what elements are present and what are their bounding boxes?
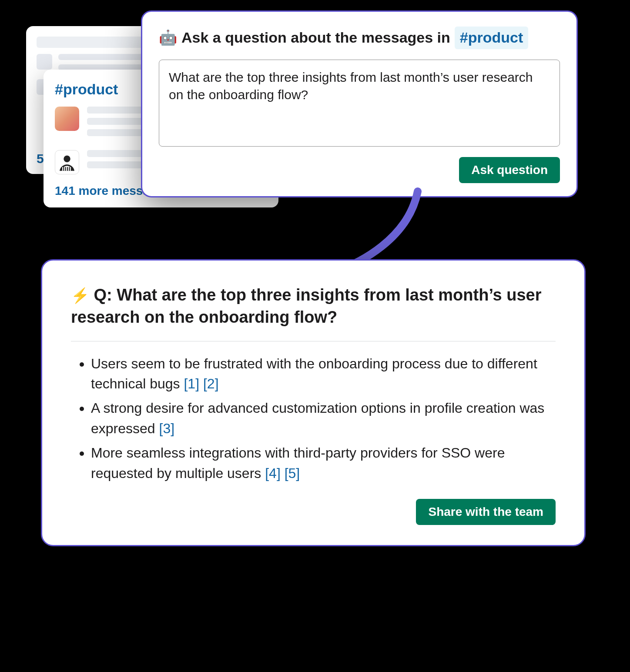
bolt-icon: ⚡ — [71, 287, 89, 304]
reference-link[interactable]: [2] — [203, 376, 219, 391]
insight-text: Users seem to be frustrated with the onb… — [91, 356, 537, 391]
reference-link[interactable]: [4] — [265, 465, 281, 481]
svg-rect-2 — [62, 167, 63, 171]
answer-panel: ⚡ Q: What are the top three insights fro… — [41, 259, 586, 546]
reference-link[interactable]: [3] — [159, 421, 175, 436]
placeholder-avatar — [37, 54, 52, 70]
svg-rect-4 — [66, 167, 67, 171]
insights-list: Users seem to be frustrated with the onb… — [71, 354, 556, 483]
q-text: What are the top three insights from las… — [71, 286, 542, 326]
answer-question-title: ⚡ Q: What are the top three insights fro… — [71, 284, 556, 341]
avatar — [55, 107, 79, 131]
insight-item: Users seem to be frustrated with the onb… — [91, 354, 556, 394]
svg-point-0 — [64, 156, 70, 162]
reference-link[interactable]: [5] — [285, 465, 300, 481]
svg-rect-5 — [68, 167, 69, 171]
ask-question-button[interactable]: Ask question — [459, 157, 560, 183]
reference-link[interactable]: [1] — [184, 376, 199, 391]
svg-rect-3 — [64, 167, 65, 171]
insight-item: A strong desire for advanced customizati… — [91, 398, 556, 438]
channel-chip[interactable]: #product — [455, 27, 528, 49]
svg-rect-6 — [70, 167, 71, 171]
ask-panel: 🤖 Ask a question about the messages in #… — [141, 10, 578, 197]
ask-panel-title: 🤖 Ask a question about the messages in #… — [159, 27, 560, 49]
avatar — [55, 150, 79, 174]
robot-icon: 🤖 — [159, 27, 177, 48]
share-button[interactable]: Share with the team — [416, 499, 556, 525]
q-prefix: Q: — [94, 286, 112, 304]
ask-title-text: Ask a question about the messages in — [181, 27, 450, 48]
question-input[interactable] — [159, 60, 560, 147]
insight-item: More seamless integrations with third-pa… — [91, 443, 556, 483]
